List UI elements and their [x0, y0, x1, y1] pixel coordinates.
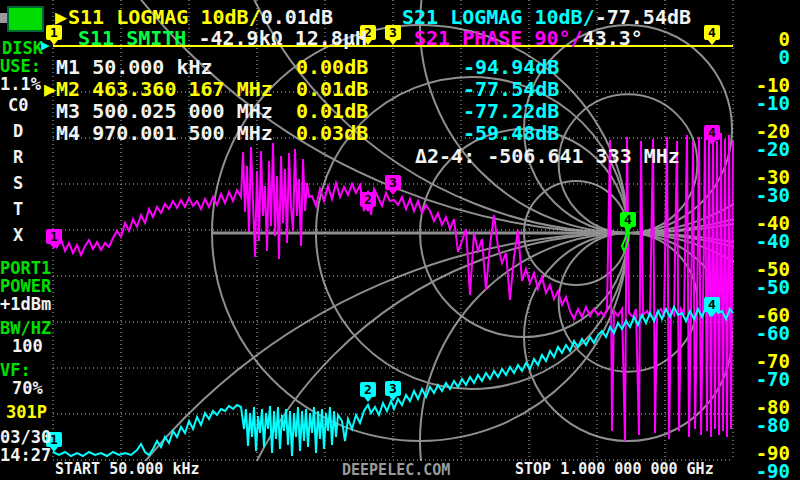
- marker-4-freq: M4 970.001 500 MHz: [44, 121, 273, 145]
- s21-scale-label: -60: [730, 324, 790, 343]
- cal-status-s: S: [13, 175, 23, 192]
- svg-text:3: 3: [389, 25, 397, 40]
- svg-text:1: 1: [50, 229, 58, 244]
- s21-scale-label: 0: [730, 48, 790, 67]
- trace3-status[interactable]: S11 SMITH -42.9kΩ 12.8µH: [78, 28, 367, 48]
- marker-row-2-active: ▶M2 463.360 167 MHz 0.01dB -77.54dB: [44, 79, 273, 99]
- vf-label: VF:: [0, 362, 31, 379]
- bandwidth-value: 100: [12, 338, 43, 355]
- marker-4-s21-value: -59.48dB: [463, 123, 559, 143]
- vf-value: 70%: [12, 380, 43, 397]
- power-label: POWER: [0, 278, 51, 295]
- s21-scale-label: -80: [730, 416, 790, 435]
- svg-text:4: 4: [708, 297, 716, 312]
- marker-row-1: M1 50.000 kHz 0.00dB -94.94dB: [44, 57, 213, 77]
- s21-scale-label: -10: [730, 94, 790, 113]
- trace3-value: -42.9kΩ 12.8µH: [198, 26, 367, 50]
- start-frequency-label[interactable]: START 50.000 kHz: [55, 462, 200, 477]
- vna-screen: 1234123412344 ▶ S11 LOGMAG 10dB/0.01dB S…: [0, 0, 800, 480]
- marker-row-3: M3 500.025 000 MHz 0.01dB -77.22dB: [44, 101, 273, 121]
- trace3-name: S11 SMITH: [78, 26, 198, 50]
- marker-3-s11-value: 0.01dB: [296, 101, 368, 121]
- marker-2-s11-value: 0.01dB: [296, 79, 368, 99]
- cal-status-r: R: [13, 149, 23, 166]
- marker-1-s21-value: -94.94dB: [463, 57, 559, 77]
- svg-text:3: 3: [389, 381, 397, 396]
- svg-text:4: 4: [708, 125, 716, 140]
- power-value: +1dBm: [0, 296, 51, 313]
- bandwidth-label: BW/HZ: [0, 320, 51, 337]
- trace4-value: 43.3°: [583, 26, 643, 50]
- cal-status-x: X: [13, 227, 23, 244]
- delta-marker-readout: Δ2-4: -506.641 333 MHz: [415, 146, 680, 166]
- marker-row-4: M4 970.001 500 MHz 0.03dB -59.48dB: [44, 123, 273, 143]
- trace1-status[interactable]: S11 LOGMAG 10dB/0.01dB: [68, 7, 333, 27]
- marker-2-freq: ▶M2 463.360 167 MHz: [44, 77, 273, 101]
- s21_phase-marker-3[interactable]: 3: [385, 175, 401, 195]
- disk-use-value: 1.1%: [0, 76, 41, 93]
- marker-3-s21-value: -77.22dB: [463, 101, 559, 121]
- s21-scale-label: -20: [730, 140, 790, 159]
- marker-2-s21-value: -77.54dB: [463, 79, 559, 99]
- s21_logmag-marker-3[interactable]: 3: [385, 381, 401, 401]
- sweep-position-arrow-icon: ▶: [41, 38, 50, 53]
- battery-level: [7, 6, 44, 32]
- disk-label: DISK: [2, 40, 43, 57]
- marker-3-freq: M3 500.025 000 MHz: [44, 99, 273, 123]
- port-label: PORT1: [0, 260, 51, 277]
- disk-use-label: USE:: [0, 58, 41, 75]
- trace4-status[interactable]: S21 PHASE 90°/43.3°: [414, 28, 643, 48]
- marker-1-s11-value: 0.00dB: [296, 57, 368, 77]
- svg-text:2: 2: [364, 382, 372, 397]
- s11_logmag-marker-3[interactable]: 3: [385, 25, 401, 45]
- s21-scale-label: -40: [730, 232, 790, 251]
- battery-icon: [0, 6, 44, 30]
- s21_phase-marker-1[interactable]: 1: [46, 229, 62, 249]
- svg-text:4: 4: [624, 212, 632, 227]
- cal-status-d: D: [13, 123, 23, 140]
- active-trace-arrow: ▶: [55, 7, 67, 27]
- sweep-points-value: 301P: [6, 404, 47, 421]
- battery-cap: [0, 13, 7, 23]
- s21_logmag-marker-2[interactable]: 2: [360, 382, 376, 402]
- s11_logmag-marker-4[interactable]: 4: [704, 25, 720, 45]
- svg-text:1: 1: [50, 432, 58, 447]
- stop-frequency-label[interactable]: STOP 1.000 000 000 GHz: [515, 462, 714, 477]
- trace4-name: S21 PHASE 90°/: [414, 26, 583, 50]
- trace2-status[interactable]: S21 LOGMAG 10dB/-77.54dB: [402, 7, 691, 27]
- svg-text:3: 3: [389, 175, 397, 190]
- s21-scale-label: -90: [730, 462, 790, 480]
- time-value: 14:27: [0, 447, 51, 464]
- marker-1-freq: M1 50.000 kHz: [44, 55, 213, 79]
- marker-4-s11-value: 0.03dB: [296, 123, 368, 143]
- s21-scale-label: -30: [730, 186, 790, 205]
- cal-status-c0: C0: [8, 97, 28, 114]
- date-value: 03/30: [0, 429, 51, 446]
- svg-text:2: 2: [364, 192, 372, 207]
- s11_smith-marker-4[interactable]: 4: [620, 212, 636, 232]
- s21_phase-marker-2[interactable]: 2: [360, 192, 376, 212]
- svg-text:4: 4: [708, 25, 716, 40]
- brand-label: DEEPELEC.COM: [342, 463, 450, 478]
- cal-status-t: T: [13, 201, 23, 218]
- s21-scale-label: -50: [730, 278, 790, 297]
- s21-scale-label: -70: [730, 370, 790, 389]
